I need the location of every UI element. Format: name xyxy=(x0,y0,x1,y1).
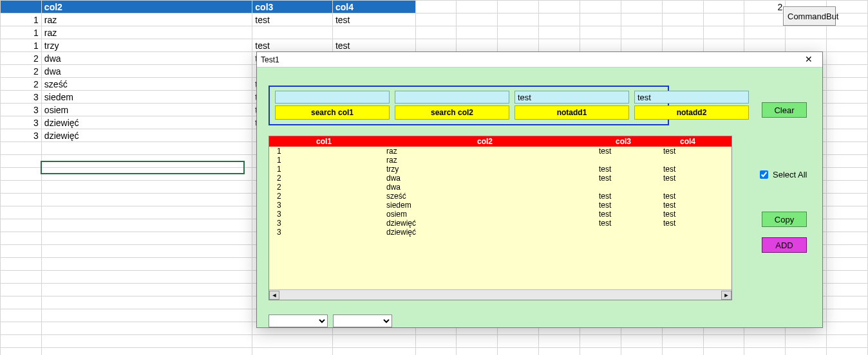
search-col1-button[interactable]: search col1 xyxy=(275,105,390,120)
list-item[interactable]: 1trzytesttest xyxy=(269,165,731,174)
combo-1[interactable] xyxy=(269,314,328,327)
list-item[interactable]: 3dziewięćtesttest xyxy=(269,219,731,228)
notadd1-button[interactable]: notadd1 xyxy=(514,105,629,120)
search-frame: search col1 search col2 notadd1 notadd2 xyxy=(269,86,669,125)
table-row[interactable]: 1raz xyxy=(1,26,868,39)
list-item[interactable]: 3siedemtesttest xyxy=(269,201,731,210)
list-header-col3: col3 xyxy=(591,136,656,147)
header-col2[interactable]: col2 xyxy=(41,1,252,14)
notadd2-button[interactable]: notadd2 xyxy=(634,105,749,120)
header-col3[interactable]: col3 xyxy=(252,1,333,14)
list-item[interactable]: 1raz xyxy=(269,156,731,165)
list-item[interactable]: 2dwa xyxy=(269,183,731,192)
select-all-checkbox-wrap[interactable]: Select All xyxy=(754,167,810,183)
list-item[interactable]: 1raztesttest xyxy=(269,147,731,156)
header-col4[interactable]: col4 xyxy=(332,1,415,14)
list-item[interactable]: 2dwatesttest xyxy=(269,174,731,183)
select-all-checkbox[interactable] xyxy=(760,170,768,179)
list-item[interactable]: 3osiemtesttest xyxy=(269,210,731,219)
list-header-col4: col4 xyxy=(656,136,720,147)
add-button[interactable]: ADD xyxy=(762,237,807,253)
header-col1[interactable] xyxy=(1,1,42,14)
close-icon[interactable]: ✕ xyxy=(799,53,818,66)
table-row[interactable]: 1raztesttest xyxy=(1,14,868,26)
select-all-label: Select All xyxy=(773,170,807,179)
scroll-left-icon[interactable]: ◄ xyxy=(269,291,279,300)
combo-2[interactable] xyxy=(333,314,392,327)
listbox-hscrollbar[interactable]: ◄ ► xyxy=(269,289,731,300)
list-header-col1: col1 xyxy=(269,136,379,147)
userform-test1: Test1 ✕ search col1 search col2 notadd1 … xyxy=(256,51,823,328)
results-listbox[interactable]: col1 col2 col3 col4 1raztesttest1raz1trz… xyxy=(269,136,732,300)
scroll-right-icon[interactable]: ► xyxy=(721,291,731,300)
userform-title: Test1 xyxy=(261,55,799,64)
command-button[interactable]: CommandBut xyxy=(783,6,836,26)
cell-topright[interactable]: 2 xyxy=(744,1,786,14)
search-col1-input[interactable] xyxy=(275,91,390,104)
userform-titlebar[interactable]: Test1 ✕ xyxy=(257,52,822,68)
search-col2-input[interactable] xyxy=(395,91,509,104)
list-item[interactable]: 3dziewięć xyxy=(269,228,731,237)
table-row[interactable]: 1trzytesttest xyxy=(1,39,868,52)
list-item[interactable]: 2sześćtesttest xyxy=(269,192,731,201)
clear-button[interactable]: Clear xyxy=(762,102,807,118)
copy-button[interactable]: Copy xyxy=(762,212,807,227)
notadd1-input[interactable] xyxy=(514,91,629,104)
search-col2-button[interactable]: search col2 xyxy=(395,105,509,120)
notadd2-input[interactable] xyxy=(634,91,749,104)
list-header-col2: col2 xyxy=(379,136,591,147)
